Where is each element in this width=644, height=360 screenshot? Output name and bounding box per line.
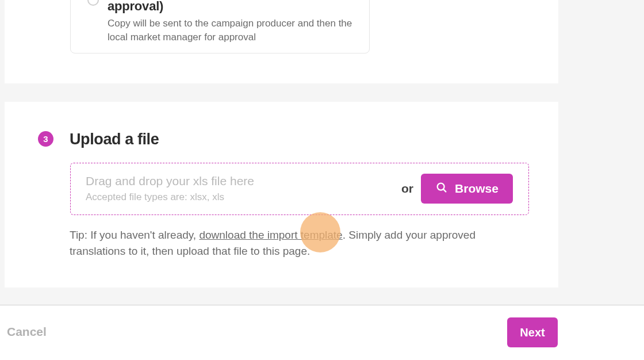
cancel-button[interactable]: Cancel <box>7 325 47 339</box>
approval-option-title: approval) <box>108 0 163 14</box>
step-number-badge: 3 <box>38 131 53 147</box>
tip-text: Tip: If you haven't already, download th… <box>70 227 512 259</box>
download-template-link[interactable]: download the import template <box>199 229 342 241</box>
dropzone-subtext: Accepted file types are: xlsx, xls <box>86 192 224 203</box>
or-label: or <box>401 182 413 196</box>
upload-heading: Upload a file <box>70 131 159 148</box>
dropzone-main-text: Drag and drop your xls file here <box>86 174 254 188</box>
svg-line-1 <box>443 189 446 191</box>
browse-button[interactable]: Browse <box>421 174 513 204</box>
search-icon <box>435 181 448 197</box>
tip-prefix: Tip: If you haven't already, <box>70 229 199 241</box>
next-button[interactable]: Next <box>507 317 558 347</box>
approval-option-description: Copy will be sent to the campaign produc… <box>108 17 355 44</box>
browse-button-label: Browse <box>455 182 499 196</box>
